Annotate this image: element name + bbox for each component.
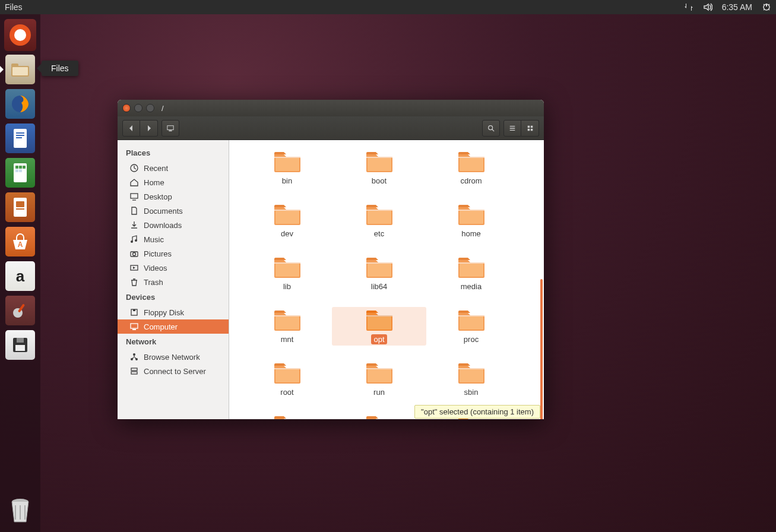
back-button[interactable] xyxy=(122,120,140,137)
network-indicator-icon[interactable] xyxy=(684,2,693,12)
window-maximize-button[interactable] xyxy=(146,104,154,112)
folder-proc[interactable]: proc xyxy=(425,308,517,344)
folder-lib[interactable]: lib xyxy=(241,255,333,292)
clock[interactable]: 6:35 AM xyxy=(722,2,752,12)
folder-cdrom[interactable]: cdrom xyxy=(425,150,517,186)
folder-label: proc xyxy=(461,334,481,344)
sidebar-item-computer[interactable]: Computer xyxy=(118,319,229,334)
sidebar-item-trash[interactable]: Trash xyxy=(118,275,229,289)
content-pane[interactable]: binbootcdromdevetchomeliblib64mediamntop… xyxy=(229,140,544,419)
folder-root[interactable]: root xyxy=(241,361,333,397)
view-grid-button[interactable] xyxy=(521,120,539,137)
svg-rect-57 xyxy=(275,316,299,330)
sidebar-item-pictures[interactable]: Pictures xyxy=(118,246,229,261)
svg-rect-26 xyxy=(169,130,172,131)
sidebar-item-connect-to-server[interactable]: Connect to Server xyxy=(118,364,229,378)
sidebar-heading: Places xyxy=(118,145,229,161)
svg-rect-55 xyxy=(368,264,391,277)
folder-etc[interactable]: etc xyxy=(333,202,425,239)
sidebar: PlacesRecentHomeDesktopDocumentsDownload… xyxy=(118,140,229,419)
svg-rect-58 xyxy=(368,316,391,330)
unity-launcher: A a xyxy=(0,14,40,532)
nautilus-window: / PlacesRecentHomeDesktopDocumentsDownlo… xyxy=(118,100,544,419)
launcher-impress[interactable] xyxy=(4,191,36,223)
sidebar-item-videos[interactable]: Videos xyxy=(118,261,229,275)
folder-icon xyxy=(273,414,302,419)
sidebar-item-home[interactable]: Home xyxy=(118,175,229,189)
launcher-firefox[interactable] xyxy=(4,88,36,120)
svg-rect-3 xyxy=(12,67,28,75)
sidebar-item-label: Documents xyxy=(144,207,183,216)
search-button[interactable] xyxy=(482,120,500,137)
svg-rect-48 xyxy=(275,158,299,171)
svg-rect-60 xyxy=(275,369,299,382)
launcher-dash[interactable] xyxy=(4,19,36,51)
svg-rect-52 xyxy=(368,211,391,224)
folder-lib64[interactable]: lib64 xyxy=(333,255,425,292)
folder-label: sbin xyxy=(462,387,481,397)
launcher-writer[interactable] xyxy=(4,122,36,154)
desktop-icon xyxy=(129,192,139,201)
launcher-floppy[interactable] xyxy=(4,329,36,361)
folder-label: boot xyxy=(369,176,389,186)
folder-icon xyxy=(273,150,302,173)
sidebar-item-desktop[interactable]: Desktop xyxy=(118,189,229,204)
path-computer-button[interactable] xyxy=(161,120,179,137)
folder-sbin[interactable]: sbin xyxy=(425,361,517,397)
folder-icon xyxy=(273,308,302,332)
folder-icon xyxy=(273,255,302,279)
folder-run[interactable]: run xyxy=(333,361,425,397)
launcher-calc[interactable] xyxy=(4,157,36,189)
svg-rect-12 xyxy=(23,166,26,169)
svg-rect-31 xyxy=(530,128,532,130)
sidebar-item-floppy-disk[interactable]: Floppy Disk xyxy=(118,305,229,319)
window-close-button[interactable] xyxy=(122,104,131,112)
folder-icon xyxy=(457,361,486,385)
launcher-software[interactable]: A xyxy=(4,226,36,258)
svg-rect-47 xyxy=(131,372,137,374)
sidebar-item-label: Floppy Disk xyxy=(144,308,184,317)
power-indicator-icon[interactable] xyxy=(762,2,771,12)
status-bar: "opt" selected (containing 1 item) xyxy=(414,405,540,419)
folder-dev[interactable]: dev xyxy=(241,202,333,239)
folder-home[interactable]: home xyxy=(425,202,517,239)
menubar-app-name[interactable]: Files xyxy=(5,2,23,12)
window-minimize-button[interactable] xyxy=(134,104,142,112)
sidebar-item-documents[interactable]: Documents xyxy=(118,204,229,218)
sidebar-item-label: Videos xyxy=(144,264,167,273)
window-title: / xyxy=(161,104,164,113)
folder-bin[interactable]: bin xyxy=(241,150,333,186)
launcher-settings[interactable] xyxy=(4,294,36,327)
sidebar-item-browse-network[interactable]: Browse Network xyxy=(118,350,229,364)
svg-rect-2 xyxy=(11,64,18,67)
scrollbar-thumb[interactable] xyxy=(540,279,543,419)
volume-indicator-icon[interactable] xyxy=(703,2,712,12)
folder-srv[interactable]: srv xyxy=(241,414,333,419)
svg-rect-25 xyxy=(167,125,173,129)
launcher-trash[interactable] xyxy=(4,494,36,526)
folder-mnt[interactable]: mnt xyxy=(241,308,333,344)
folder-opt[interactable]: opt xyxy=(332,307,426,346)
folder-label: bin xyxy=(280,176,294,186)
svg-point-37 xyxy=(133,253,136,256)
folder-boot[interactable]: boot xyxy=(333,150,425,186)
view-list-button[interactable] xyxy=(503,120,521,137)
folder-sys[interactable]: sys xyxy=(333,414,425,419)
computer-icon xyxy=(129,322,139,331)
launcher-amazon[interactable]: a xyxy=(4,260,36,292)
folder-icon xyxy=(365,202,394,226)
sidebar-item-label: Recent xyxy=(144,164,168,173)
forward-button[interactable] xyxy=(140,120,158,137)
sidebar-item-recent[interactable]: Recent xyxy=(118,161,229,175)
folder-media[interactable]: media xyxy=(425,255,517,292)
toolbar xyxy=(118,116,544,140)
svg-rect-17 xyxy=(16,208,24,210)
launcher-tooltip: Files xyxy=(42,61,78,76)
folder-label: lib64 xyxy=(369,281,389,292)
window-titlebar[interactable]: / xyxy=(118,100,544,116)
sidebar-item-music[interactable]: Music xyxy=(118,232,229,246)
svg-point-34 xyxy=(131,240,133,243)
launcher-files[interactable] xyxy=(4,53,36,86)
sidebar-item-downloads[interactable]: Downloads xyxy=(118,218,229,232)
sidebar-item-label: Pictures xyxy=(144,249,172,258)
